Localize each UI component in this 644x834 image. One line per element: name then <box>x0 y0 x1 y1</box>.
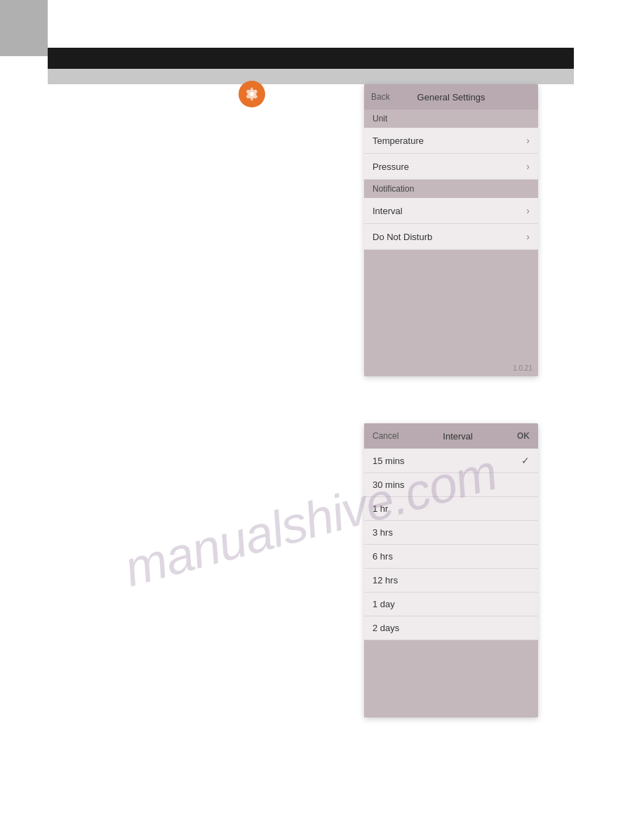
interval-option-5[interactable]: 12 hrs <box>364 569 538 593</box>
interval-option-label-4: 6 hrs <box>373 551 393 562</box>
version-label: 1.0.21 <box>513 364 532 372</box>
pressure-chevron: › <box>526 161 530 172</box>
interval-checkmark-0: ✓ <box>521 455 530 466</box>
interval-header: Cancel Interval OK <box>364 423 538 449</box>
interval-option-label-3: 3 hrs <box>373 527 393 538</box>
pressure-row[interactable]: Pressure › <box>364 154 538 180</box>
panel-header: Back General Settings <box>364 84 538 110</box>
interval-label: Interval <box>373 206 403 216</box>
interval-option-3[interactable]: 3 hrs <box>364 521 538 545</box>
interval-row[interactable]: Interval › <box>364 198 538 224</box>
interval-title: Interval <box>443 431 473 442</box>
interval-option-label-2: 1 hr <box>373 503 388 514</box>
interval-option-2[interactable]: 1 hr <box>364 497 538 521</box>
interval-option-label-7: 2 days <box>373 623 399 633</box>
panel-title: General Settings <box>417 92 485 102</box>
interval-option-1[interactable]: 30 mins <box>364 473 538 497</box>
temperature-label: Temperature <box>373 135 424 146</box>
temperature-row[interactable]: Temperature › <box>364 128 538 154</box>
interval-empty-area <box>364 640 538 717</box>
interval-option-label-6: 1 day <box>373 599 395 609</box>
interval-option-label-1: 30 mins <box>373 479 405 490</box>
pressure-label: Pressure <box>373 161 409 172</box>
ok-button[interactable]: OK <box>517 431 530 441</box>
sub-bar <box>48 69 574 84</box>
interval-option-label-0: 15 mins <box>373 456 405 466</box>
notification-section-label: Notification <box>364 180 538 198</box>
back-button[interactable]: Back <box>371 92 390 102</box>
interval-option-4[interactable]: 6 hrs <box>364 545 538 569</box>
panel-empty-area: 1.0.21 <box>364 250 538 376</box>
interval-option-label-5: 12 hrs <box>373 575 398 585</box>
interval-option-6[interactable]: 1 day <box>364 593 538 616</box>
general-settings-panel: Back General Settings Unit Temperature ›… <box>364 84 538 376</box>
interval-chevron: › <box>526 205 530 216</box>
top-bar <box>48 48 574 69</box>
temperature-chevron: › <box>526 135 530 146</box>
interval-panel: Cancel Interval OK 15 mins ✓ 30 mins 1 h… <box>364 423 538 717</box>
interval-option-7[interactable]: 2 days <box>364 616 538 640</box>
cancel-button[interactable]: Cancel <box>373 431 398 441</box>
do-not-disturb-chevron: › <box>526 231 530 242</box>
unit-section-label: Unit <box>364 110 538 128</box>
interval-option-0[interactable]: 15 mins ✓ <box>364 449 538 473</box>
do-not-disturb-row[interactable]: Do Not Disturb › <box>364 224 538 250</box>
left-tab <box>0 0 48 56</box>
settings-icon[interactable] <box>239 81 265 107</box>
do-not-disturb-label: Do Not Disturb <box>373 232 432 242</box>
